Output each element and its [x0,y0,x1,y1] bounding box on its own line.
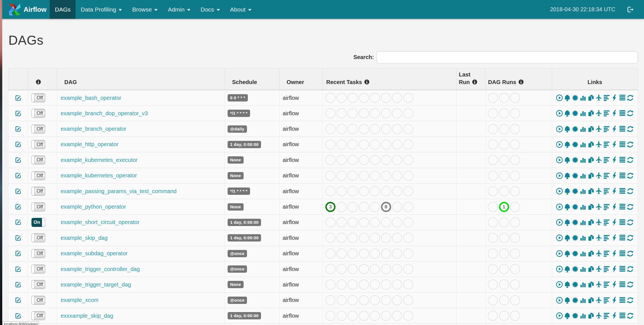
nav-item-about[interactable]: About [225,0,257,19]
dag-run-state-circle[interactable] [510,217,520,227]
trigger-dag-icon[interactable] [556,219,563,226]
recent-task-state-circle[interactable] [381,139,391,150]
gantt-view-icon[interactable] [603,203,610,211]
code-view-icon[interactable] [619,172,626,179]
recent-task-state-circle[interactable] [325,186,335,196]
recent-task-state-circle[interactable] [337,108,347,118]
dag-pause-toggle[interactable]: Off [31,140,45,149]
task-tries-icon[interactable] [587,265,595,273]
recent-task-state-circle[interactable] [381,279,391,290]
flash-icon[interactable] [611,203,618,211]
recent-task-state-circle[interactable] [370,279,380,290]
dag-run-state-circle[interactable] [488,93,498,103]
recent-task-state-circle[interactable] [370,155,380,165]
dag-run-state-circle[interactable] [488,155,498,165]
recent-task-state-circle[interactable] [325,108,335,118]
dag-run-state-circle[interactable] [510,249,520,259]
recent-task-state-circle[interactable] [359,217,369,227]
recent-task-state-circle[interactable] [359,295,369,305]
tree-view-icon[interactable] [564,110,571,117]
task-tries-icon[interactable] [587,234,595,242]
edit-dag-icon[interactable] [15,172,21,179]
recent-task-state-circle[interactable] [325,217,335,227]
gantt-view-icon[interactable] [603,110,610,117]
recent-task-state-circle[interactable] [337,93,347,103]
landing-times-icon[interactable] [595,250,602,257]
trigger-dag-icon[interactable] [556,156,563,164]
recent-task-state-circle[interactable] [381,217,391,227]
recent-task-state-circle[interactable] [348,108,358,118]
task-tries-icon[interactable] [587,297,595,304]
landing-times-icon[interactable] [595,312,602,319]
recent-task-state-circle[interactable] [359,249,369,259]
dag-run-state-circle[interactable] [499,249,509,259]
code-view-icon[interactable] [619,125,626,133]
dag-pause-toggle[interactable]: Off [31,296,45,305]
recent-task-state-circle[interactable] [337,217,347,227]
recent-task-state-circle[interactable] [348,93,358,103]
dag-run-state-circle[interactable] [499,279,509,290]
recent-task-state-circle[interactable] [381,264,391,274]
graph-view-icon[interactable] [572,312,579,319]
recent-task-state-circle[interactable] [325,311,335,321]
flash-icon[interactable] [611,265,618,273]
landing-times-icon[interactable] [595,281,602,288]
recent-task-state-circle[interactable] [359,171,369,181]
recent-task-state-circle[interactable] [370,264,380,274]
recent-task-state-circle[interactable] [325,264,335,274]
dag-name-link[interactable]: example_bash_operator [61,95,121,101]
recent-task-state-circle[interactable] [392,124,402,134]
nav-item-admin[interactable]: Admin [163,0,196,19]
landing-times-icon[interactable] [595,94,602,101]
graph-view-icon[interactable] [572,188,579,195]
recent-task-state-circle[interactable] [359,233,369,243]
recent-task-state-circle[interactable] [403,108,413,118]
graph-view-icon[interactable] [572,110,579,117]
recent-task-state-circle[interactable] [348,202,358,212]
graph-view-icon[interactable] [572,203,579,211]
tree-view-icon[interactable] [564,312,571,319]
code-view-icon[interactable] [619,219,626,226]
task-duration-icon[interactable] [579,172,587,179]
dag-run-state-circle[interactable]: 1 [499,202,509,212]
landing-times-icon[interactable] [595,234,602,242]
dag-run-state-circle[interactable] [488,108,498,118]
dag-run-state-circle[interactable] [499,233,509,243]
dag-run-state-circle[interactable] [510,155,520,165]
dag-run-state-circle[interactable] [488,279,498,290]
recent-task-state-circle[interactable] [392,264,402,274]
nav-item-docs[interactable]: Docs [196,0,225,19]
edit-dag-icon[interactable] [15,157,21,163]
recent-task-state-circle[interactable] [403,171,413,181]
dag-run-state-circle[interactable] [488,295,498,305]
recent-task-state-circle[interactable] [370,139,380,150]
refresh-icon[interactable] [627,297,634,304]
dag-pause-toggle[interactable]: Off [31,280,45,289]
recent-task-state-circle[interactable] [359,186,369,196]
recent-task-state-circle[interactable] [370,295,380,305]
dag-name-link[interactable]: exxxample_skip_dag [61,313,113,319]
landing-times-icon[interactable] [595,297,602,304]
dag-name-link[interactable]: example_xcom [61,297,99,303]
landing-times-icon[interactable] [595,265,602,273]
dag-run-state-circle[interactable] [510,233,520,243]
recent-task-state-circle[interactable] [325,249,335,259]
recent-task-state-circle[interactable] [381,108,391,118]
tree-view-icon[interactable] [564,141,571,148]
task-duration-icon[interactable] [579,188,587,195]
recent-task-state-circle[interactable] [381,295,391,305]
dag-run-state-circle[interactable] [510,139,520,150]
recent-task-state-circle[interactable] [370,233,380,243]
trigger-dag-icon[interactable] [556,203,563,211]
edit-dag-icon[interactable] [15,126,21,132]
refresh-icon[interactable] [627,312,634,319]
dag-name-link[interactable]: example_python_operator [61,204,126,210]
edit-dag-icon[interactable] [15,110,21,117]
tree-view-icon[interactable] [564,281,571,288]
recent-task-state-circle[interactable] [348,171,358,181]
landing-times-icon[interactable] [595,219,602,226]
task-tries-icon[interactable] [587,110,595,117]
landing-times-icon[interactable] [595,156,602,164]
recent-task-state-circle[interactable] [359,108,369,118]
flash-icon[interactable] [611,110,618,117]
